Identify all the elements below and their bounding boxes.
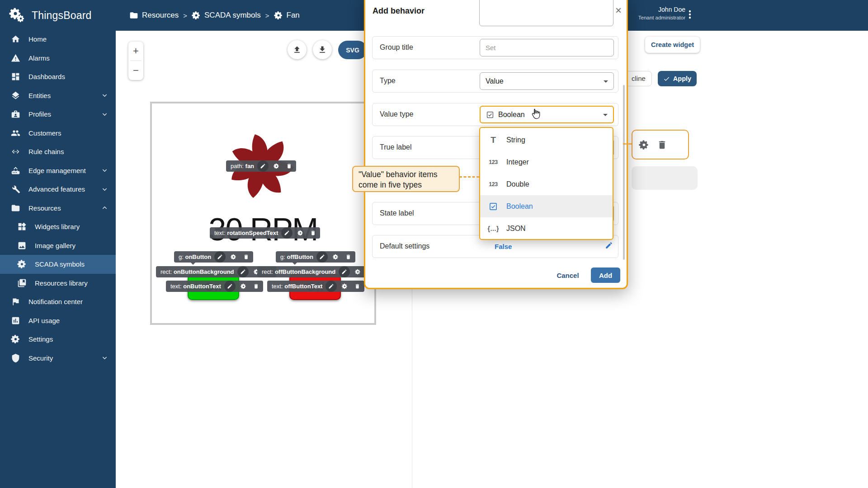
- trash-icon: [286, 163, 292, 169]
- edit-element-button[interactable]: [281, 227, 292, 239]
- element-settings-button[interactable]: [229, 252, 238, 262]
- element-settings-button[interactable]: [353, 267, 363, 277]
- sidebar-item-image-gallery[interactable]: Image gallery: [0, 236, 116, 255]
- sidebar: ThingsBoard Home Alarms Dashboards Entit…: [0, 0, 116, 488]
- annotation-line: come in five types: [359, 180, 453, 190]
- dropdown-item-double[interactable]: 123 Double: [480, 173, 613, 195]
- svg-mode-button[interactable]: SVG: [338, 41, 367, 59]
- behavior-settings-button[interactable]: [639, 140, 649, 150]
- edit-element-button[interactable]: [214, 251, 226, 263]
- breadcrumb-resources[interactable]: Resources: [129, 11, 179, 20]
- tag-off-button-group: g: offButton: [276, 251, 355, 263]
- sidebar-item-alarms[interactable]: Alarms: [0, 49, 116, 68]
- element-settings-button[interactable]: [239, 282, 248, 291]
- add-button[interactable]: Add: [591, 267, 620, 283]
- sidebar-item-widgets-library[interactable]: Widgets library: [0, 217, 116, 236]
- tag-on-button-text: text: onButtonText: [166, 281, 263, 292]
- dropdown-item-integer[interactable]: 123 Integer: [480, 151, 613, 173]
- zoom-in-button[interactable]: +: [128, 42, 143, 61]
- sidebar-item-label: Edge management: [28, 167, 86, 174]
- chart-icon: [11, 316, 20, 325]
- sidebar-item-edge-management[interactable]: Edge management: [0, 161, 116, 180]
- breadcrumb-fan[interactable]: Fan: [274, 11, 300, 20]
- type-select[interactable]: Value: [480, 72, 614, 90]
- element-settings-button[interactable]: [340, 282, 349, 291]
- behavior-delete-button[interactable]: [657, 140, 667, 150]
- chevron-down-icon: [603, 114, 608, 118]
- sidebar-item-entities[interactable]: Entities: [0, 86, 116, 105]
- clipped-field-above[interactable]: [479, 0, 613, 26]
- app-logo[interactable]: ThingsBoard: [0, 0, 116, 31]
- sidebar-item-label: Alarms: [28, 54, 50, 62]
- checkbox-checked-icon: [486, 202, 500, 211]
- trash-icon: [354, 283, 360, 289]
- warning-icon: [11, 53, 20, 63]
- sidebar-item-scada-symbols[interactable]: SCADA symbols: [0, 255, 116, 274]
- download-button[interactable]: [313, 40, 332, 59]
- group-title-input[interactable]: [480, 39, 614, 56]
- value-type-row: Value type Boolean: [372, 103, 618, 126]
- apply-button[interactable]: Apply: [658, 71, 697, 86]
- dropdown-item-label: JSON: [506, 225, 526, 233]
- default-settings-value: False: [495, 243, 512, 250]
- edit-element-button[interactable]: [237, 266, 249, 277]
- tag-label: g: onButton: [179, 253, 211, 260]
- sidebar-item-customers[interactable]: Customers: [0, 124, 116, 143]
- sidebar-item-dashboards[interactable]: Dashboards: [0, 67, 116, 86]
- sidebar-item-profiles[interactable]: Profiles: [0, 105, 116, 124]
- annotation-callout: "Value" behavior items come in five type…: [352, 166, 460, 192]
- edit-element-button[interactable]: [339, 266, 350, 277]
- sidebar-item-resources[interactable]: Resources: [0, 199, 116, 218]
- delete-element-button[interactable]: [308, 228, 318, 238]
- sidebar-nav: Home Alarms Dashboards Entities Profiles…: [0, 30, 116, 367]
- cancel-button[interactable]: Cancel: [554, 269, 581, 282]
- value-type-dropdown: T String 123 Integer 123 Double Boolean …: [479, 127, 613, 240]
- close-icon[interactable]: ×: [613, 5, 624, 16]
- edit-element-button[interactable]: [316, 251, 328, 263]
- tag-rotation-speed-text: text: rotationSpeedText: [210, 227, 320, 239]
- behavior-list-row: [632, 166, 698, 190]
- create-widget-button[interactable]: Create widget: [645, 37, 700, 53]
- pencil-icon: [328, 283, 334, 289]
- sidebar-item-label: Notification center: [28, 298, 83, 305]
- sidebar-item-notification-center[interactable]: Notification center: [0, 292, 116, 311]
- edit-element-button[interactable]: [326, 281, 337, 292]
- chevron-down-icon: [100, 185, 109, 193]
- sidebar-item-api-usage[interactable]: API usage: [0, 311, 116, 330]
- dropdown-item-boolean[interactable]: Boolean: [480, 195, 613, 217]
- element-settings-button[interactable]: [272, 161, 281, 171]
- element-settings-button[interactable]: [296, 228, 305, 238]
- sidebar-item-label: Dashboards: [28, 73, 65, 80]
- profiles-icon: [11, 109, 20, 119]
- dialog-scrollbar[interactable]: [623, 85, 625, 260]
- edit-default-settings-button[interactable]: [605, 241, 613, 249]
- delete-element-button[interactable]: [241, 252, 251, 262]
- breadcrumb-scada-symbols[interactable]: SCADA symbols: [192, 11, 261, 20]
- dropdown-item-string[interactable]: T String: [480, 129, 613, 151]
- sidebar-item-label: Image gallery: [35, 242, 75, 249]
- sidebar-item-security[interactable]: Security: [0, 349, 116, 368]
- sidebar-item-home[interactable]: Home: [0, 30, 116, 49]
- dropdown-item-json[interactable]: {…} JSON: [480, 217, 613, 239]
- edit-element-button[interactable]: [224, 281, 236, 292]
- tag-label: text: offButtonText: [272, 283, 322, 290]
- sidebar-item-rule-chains[interactable]: Rule chains: [0, 142, 116, 161]
- element-settings-button[interactable]: [331, 252, 340, 262]
- sidebar-item-advanced-features[interactable]: Advanced features: [0, 180, 116, 199]
- sidebar-item-settings[interactable]: Settings: [0, 330, 116, 349]
- edit-element-button[interactable]: [257, 160, 269, 172]
- kebab-menu-icon[interactable]: [684, 9, 695, 20]
- sidebar-item-resources-library[interactable]: Resources library: [0, 274, 116, 293]
- sidebar-item-label: Customers: [28, 129, 61, 137]
- delete-element-button[interactable]: [251, 282, 261, 291]
- folder-icon: [11, 203, 20, 213]
- home-icon: [11, 34, 20, 44]
- delete-element-button[interactable]: [284, 161, 294, 171]
- delete-element-button[interactable]: [344, 252, 353, 262]
- delete-element-button[interactable]: [353, 282, 362, 291]
- value-type-select[interactable]: Boolean: [480, 106, 614, 123]
- zoom-out-button[interactable]: −: [128, 61, 143, 80]
- chevron-down-icon: [100, 110, 109, 118]
- upload-button[interactable]: [288, 40, 307, 59]
- annotation-line: "Value" behavior items: [359, 169, 453, 180]
